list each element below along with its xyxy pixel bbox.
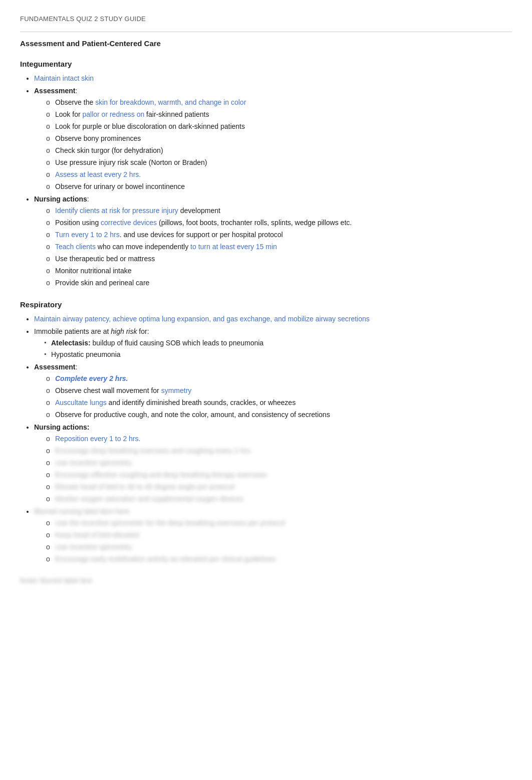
resp-nursing-label: Nursing actions: (34, 423, 89, 431)
assessment-sub-list: Observe the skin for breakdown, warmth, … (46, 97, 512, 192)
immobile-sub-list: Atelectasis: buildup of fluid causing SO… (44, 338, 512, 360)
resp-nursing-blurred-1: Encourage deep breathing exercises and c… (46, 446, 512, 456)
blurred-text-1: Encourage deep breathing exercises and c… (55, 447, 252, 455)
sub-item-observe-skin: Observe the skin for breakdown, warmth, … (46, 97, 512, 108)
resp-blurred-sub-2: Keep head of bed elevated (46, 530, 512, 540)
skin-breakdown-link: skin for breakdown, warmth, and change i… (95, 98, 246, 106)
resp-complete-every: Complete every 2 hrs. (46, 373, 512, 384)
blurred-sub-1: Use the incentive spirometer for the dee… (55, 519, 285, 527)
resp-blurred-sub-1: Use the incentive spirometer for the dee… (46, 518, 512, 528)
sub-item-pressure-scale: Use pressure injury risk scale (Norton o… (46, 157, 512, 168)
blurred-text-5: Monitor oxygen saturation and supplement… (55, 495, 243, 503)
pallor-link: pallor or redness on (82, 110, 144, 118)
resp-blurred-sub-4: Encourage early mobilization activity as… (46, 554, 512, 564)
resp-chest-wall: Observe chest wall movement for symmetry (46, 385, 512, 396)
resp-item-assessment: Assessment: Complete every 2 hrs. Observ… (34, 362, 512, 420)
assess-every-link: Assess at least every 2 hrs. (55, 170, 141, 178)
resp-assessment-sub-list: Complete every 2 hrs. Observe chest wall… (46, 373, 512, 420)
resp-blurred-sub-3: Use incentive spirometry (46, 542, 512, 552)
respiratory-main-list: Maintain airway patency, achieve optima … (34, 314, 512, 564)
atelectasis-item: Atelectasis: buildup of fluid causing SO… (44, 338, 512, 348)
blurred-text-3: Encourage effective coughing and deep br… (55, 471, 267, 479)
footer-blurred-text: footer blurred label text (20, 576, 92, 584)
list-item-maintain-skin: Maintain intact skin (34, 73, 512, 84)
sub-item-bony: Observe bony prominences (46, 133, 512, 144)
resp-nursing-blurred-2: Use incentive spirometry (46, 458, 512, 468)
respiratory-section: Respiratory Maintain airway patency, ach… (20, 300, 512, 564)
symmetry-link: symmetry (161, 386, 192, 395)
respiratory-heading: Respiratory (20, 300, 512, 309)
resp-nursing-sub-list: Reposition every 1 to 2 hrs. Encourage d… (46, 434, 512, 504)
na-item-nutrition: Monitor nutritional intake (46, 266, 512, 276)
complete-every-link: Complete every 2 hrs. (55, 374, 128, 382)
main-section-title: Assessment and Patient-Centered Care (20, 39, 512, 48)
turn-15min-link: to turn at least every 15 min (190, 243, 277, 251)
sub-item-skin-turgor: Check skin turgor (for dehydration) (46, 145, 512, 156)
na-item-therapeutic-bed: Use therapeutic bed or mattress (46, 254, 512, 264)
blurred-bullet-label: Blurred nursing label item here (34, 507, 130, 515)
identify-link: Identify clients at risk for pressure in… (55, 207, 178, 215)
sub-item-assess-every: Assess at least every 2 hrs. (46, 169, 512, 180)
resp-assessment-label: Assessment (34, 363, 76, 371)
resp-reposition: Reposition every 1 to 2 hrs. (46, 434, 512, 444)
auscultate-link: Auscultate lungs (55, 399, 107, 407)
sub-item-incontinence: Observe for urinary or bowel incontinenc… (46, 181, 512, 192)
integumentary-section: Integumentary Maintain intact skin Asses… (20, 60, 512, 288)
hypostatic-item: Hypostatic pneumonia (44, 349, 512, 360)
atelectasis-label: Atelectasis: (51, 339, 91, 347)
airway-patency-text: Maintain airway patency, achieve optima … (34, 315, 370, 323)
blurred-sub-3: Use incentive spirometry (55, 543, 132, 551)
integumentary-heading: Integumentary (20, 60, 512, 68)
blurred-sub-4: Encourage early mobilization activity as… (55, 555, 276, 563)
nursing-actions-sub-list: Identify clients at risk for pressure in… (46, 206, 512, 288)
integumentary-main-list: Maintain intact skin Assessment: Observe… (34, 73, 512, 288)
nursing-actions-label: Nursing actions (34, 195, 87, 203)
blurred-text-4: Elevate head of bed to 30 to 45 degree a… (55, 483, 234, 491)
teach-clients-link: Teach clients (55, 243, 96, 251)
document-title: FUNDAMENTALS QUIZ 2 STUDY GUIDE (20, 15, 512, 23)
resp-blurred-sub-list: Use the incentive spirometer for the dee… (46, 518, 512, 564)
na-item-skin-care: Provide skin and perineal care (46, 278, 512, 288)
list-item-assessment: Assessment: Observe the skin for breakdo… (34, 86, 512, 192)
resp-blurred-bullet: Blurred nursing label item here Use the … (34, 506, 512, 564)
na-item-teach: Teach clients who can move independently… (46, 242, 512, 252)
corrective-devices-link: corrective devices (101, 219, 157, 227)
resp-auscultate: Auscultate lungs and identify diminished… (46, 398, 512, 408)
assessment-label: Assessment (34, 87, 76, 95)
na-item-identify: Identify clients at risk for pressure in… (46, 206, 512, 216)
resp-item-nursing-actions: Nursing actions: Reposition every 1 to 2… (34, 422, 512, 504)
resp-item-airway: Maintain airway patency, achieve optima … (34, 314, 512, 324)
resp-productive-cough: Observe for productive cough, and note t… (46, 410, 512, 420)
sub-item-pallor: Look for pallor or redness on fair-skinn… (46, 109, 512, 120)
na-item-turn: Turn every 1 to 2 hrs. and use devices f… (46, 230, 512, 240)
resp-nursing-blurred-3: Encourage effective coughing and deep br… (46, 470, 512, 480)
section-heading-1: Assessment and Patient-Centered Care (20, 39, 512, 48)
footer-blurred: footer blurred label text (20, 576, 512, 584)
list-item-nursing-actions: Nursing actions: Identify clients at ris… (34, 194, 512, 288)
resp-nursing-blurred-5: Monitor oxygen saturation and supplement… (46, 494, 512, 504)
turn-every-link: Turn every 1 to 2 hrs (55, 231, 120, 239)
blurred-text-2: Use incentive spirometry (55, 459, 132, 467)
maintain-skin-text: Maintain intact skin (34, 74, 94, 82)
sub-item-purple: Look for purple or blue discoloration on… (46, 121, 512, 132)
high-risk-text: high risk (111, 327, 137, 335)
blurred-sub-2: Keep head of bed elevated (55, 531, 139, 539)
reposition-link: Reposition every 1 to 2 hrs. (55, 435, 140, 443)
resp-item-immobile: Immobile patients are at high risk for: … (34, 326, 512, 360)
resp-nursing-blurred-4: Elevate head of bed to 30 to 45 degree a… (46, 482, 512, 492)
na-item-position: Position using corrective devices (pillo… (46, 218, 512, 228)
